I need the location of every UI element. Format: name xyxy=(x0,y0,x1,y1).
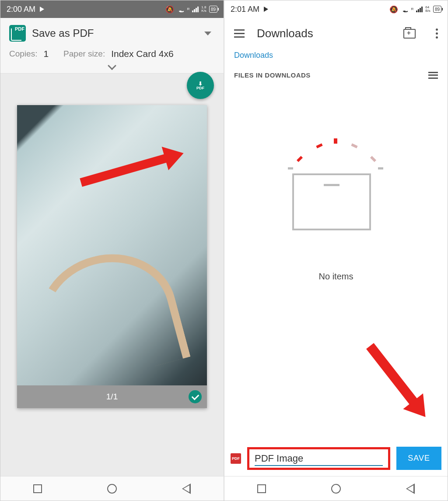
download-icon: ⬇ xyxy=(196,81,204,86)
printer-name: Save as PDF xyxy=(32,27,198,39)
section-header-row: FILES IN DOWNLOADS xyxy=(224,67,448,83)
home-button[interactable] xyxy=(331,484,341,494)
roaming-indicator: R xyxy=(411,7,414,11)
battery-icon: 89 xyxy=(433,6,441,13)
phone-left-print-preview: 2:00 AM 🔕 R 1.8K/s 89 PDF Save as PDF Co… xyxy=(0,0,224,501)
print-options-panel: PDF Save as PDF Copies: 1 Paper size: In… xyxy=(0,18,224,74)
save-button[interactable]: SAVE xyxy=(396,447,441,470)
android-nav-bar xyxy=(0,476,224,501)
empty-text: No items xyxy=(319,272,354,282)
new-folder-button[interactable] xyxy=(403,29,416,39)
paper-size-value[interactable]: Index Card 4x6 xyxy=(111,49,173,59)
list-view-toggle[interactable] xyxy=(428,72,438,79)
net-speed: 64B/s xyxy=(425,6,430,13)
net-speed: 1.8K/s xyxy=(201,6,206,13)
pdf-file-icon: PDF xyxy=(231,453,241,464)
breadcrumb[interactable]: Downloads xyxy=(224,49,448,67)
filename-input[interactable] xyxy=(255,453,383,466)
section-label: FILES IN DOWNLOADS xyxy=(234,71,311,79)
status-bar: 2:01 AM 🔕 R 64B/s 89 xyxy=(224,0,448,18)
annotation-arrow xyxy=(366,343,420,408)
phone-right-file-picker: 2:01 AM 🔕 R 64B/s 89 Downloads Downloads… xyxy=(224,0,448,501)
home-button[interactable] xyxy=(107,484,117,494)
copies-value[interactable]: 1 xyxy=(43,49,49,59)
print-preview-area: ⬇PDF 1/1 xyxy=(0,74,224,476)
recents-button[interactable] xyxy=(33,484,42,493)
empty-box-icon xyxy=(292,173,371,230)
printer-select-row[interactable]: PDF Save as PDF xyxy=(9,25,215,42)
signal-icon xyxy=(416,6,423,12)
play-store-icon xyxy=(264,7,268,12)
recents-button[interactable] xyxy=(257,484,266,493)
filename-highlight xyxy=(247,447,390,470)
page-indicator-bar: 1/1 xyxy=(17,385,207,408)
save-pdf-fab[interactable]: ⬇PDF xyxy=(187,72,214,99)
more-options-button[interactable] xyxy=(436,28,438,39)
android-nav-bar xyxy=(224,476,448,501)
play-store-icon xyxy=(40,7,44,12)
dnd-icon: 🔕 xyxy=(389,5,398,14)
empty-state: No items xyxy=(224,83,448,441)
battery-icon: 89 xyxy=(209,6,217,13)
pdf-icon: PDF xyxy=(9,25,26,42)
back-button[interactable] xyxy=(182,483,191,494)
wifi-icon xyxy=(177,6,185,12)
copies-label: Copies: xyxy=(9,49,37,59)
page-selected-check-icon[interactable] xyxy=(189,390,202,403)
signal-icon xyxy=(192,6,199,12)
page-title: Downloads xyxy=(257,27,391,40)
expand-options-button[interactable] xyxy=(9,63,215,71)
empty-illustration xyxy=(292,136,380,232)
page-indicator: 1/1 xyxy=(106,392,118,402)
dnd-icon: 🔕 xyxy=(165,5,174,14)
wifi-icon xyxy=(401,6,409,12)
back-button[interactable] xyxy=(406,483,415,494)
file-picker-header: Downloads xyxy=(224,18,448,49)
roaming-indicator: R xyxy=(187,7,190,11)
status-bar: 2:00 AM 🔕 R 1.8K/s 89 xyxy=(0,0,224,18)
chevron-down-icon xyxy=(108,61,116,70)
status-time: 2:00 AM xyxy=(7,5,35,14)
save-file-row: PDF SAVE xyxy=(224,441,448,476)
dropdown-icon xyxy=(204,32,211,35)
menu-button[interactable] xyxy=(234,29,245,38)
status-time: 2:01 AM xyxy=(231,5,259,14)
paper-size-label: Paper size: xyxy=(63,49,105,59)
side-by-side-screenshots: 2:00 AM 🔕 R 1.8K/s 89 PDF Save as PDF Co… xyxy=(0,0,448,501)
